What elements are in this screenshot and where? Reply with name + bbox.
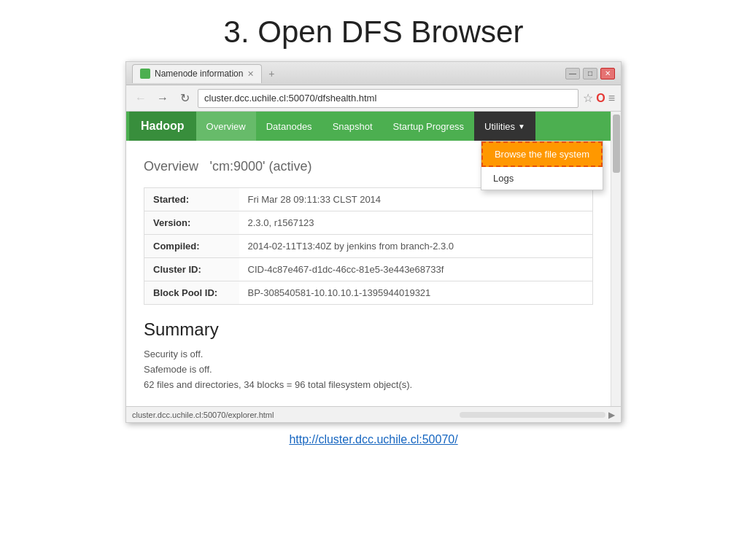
address-bar[interactable]	[198, 89, 578, 108]
status-url: cluster.dcc.uchile.cl:50070/explorer.htm…	[132, 411, 460, 419]
window-controls: — □ ✕	[565, 68, 615, 79]
horizontal-scrollbar[interactable]	[460, 412, 605, 418]
summary-line-2: Safemode is off.	[144, 364, 593, 375]
summary-line-3: 62 files and directories, 34 blocks = 96…	[144, 379, 593, 390]
nav-item-startup-progress[interactable]: Startup Progress	[383, 112, 475, 141]
forward-button[interactable]: →	[154, 90, 171, 107]
tab-label: Namenode information	[155, 69, 243, 79]
bottom-link[interactable]: http://cluster.dcc.uchile.cl:50070/	[289, 433, 457, 446]
hadoop-navbar: Hadoop Overview Datanodes Snapshot Start…	[126, 112, 611, 141]
nav-item-overview[interactable]: Overview	[196, 112, 256, 141]
table-value: 2.3.0, r1567123	[239, 211, 593, 235]
table-label: Cluster ID:	[144, 258, 239, 281]
browser-window: Namenode information ✕ + — □ ✕ ← → ↻ ☆ O…	[125, 61, 622, 423]
page-title: 3. Open DFS Browser	[224, 15, 524, 50]
table-value: 2014-02-11T13:40Z by jenkins from branch…	[239, 235, 593, 258]
new-tab-button[interactable]: +	[262, 64, 281, 83]
dropdown-caret: ▼	[518, 122, 525, 131]
menu-icon[interactable]: ≡	[608, 92, 615, 105]
tab-favicon	[140, 69, 150, 79]
browser-statusbar: cluster.dcc.uchile.cl:50070/explorer.htm…	[126, 406, 621, 422]
maximize-button[interactable]: □	[583, 68, 597, 79]
scrollbar[interactable]	[611, 112, 621, 406]
table-value: CID-4c87e467-d1dc-46cc-81e5-3e443e68733f	[239, 258, 593, 281]
tab-close-button[interactable]: ✕	[247, 69, 254, 79]
browser-tab[interactable]: Namenode information ✕	[132, 64, 262, 83]
table-value: BP-308540581-10.10.10.1-1395944019321	[239, 281, 593, 305]
utilities-dropdown: Browse the file system Logs	[481, 141, 603, 190]
browser-titlebar: Namenode information ✕ + — □ ✕	[126, 62, 621, 85]
table-row: Version: 2.3.0, r1567123	[144, 211, 593, 235]
scroll-arrow[interactable]: ▶	[608, 410, 615, 420]
browser-addressbar: ← → ↻ ☆ O ≡	[126, 85, 621, 112]
bottom-link-container: http://cluster.dcc.uchile.cl:50070/	[289, 433, 457, 446]
nav-brand: Hadoop	[129, 112, 196, 141]
table-label: Compiled:	[144, 235, 239, 258]
info-table: Started: Fri Mar 28 09:11:33 CLST 2014 V…	[144, 187, 593, 305]
back-button[interactable]: ←	[132, 90, 150, 107]
nav-item-snapshot[interactable]: Snapshot	[322, 112, 383, 141]
minimize-button[interactable]: —	[565, 68, 580, 79]
reload-button[interactable]: ↻	[176, 90, 193, 107]
table-row: Compiled: 2014-02-11T13:40Z by jenkins f…	[144, 235, 593, 258]
bookmark-icon[interactable]: ☆	[583, 91, 593, 105]
summary-line-1: Security is off.	[144, 349, 593, 359]
browser-body: Hadoop Overview Datanodes Snapshot Start…	[126, 112, 621, 406]
table-row: Cluster ID: CID-4c87e467-d1dc-46cc-81e5-…	[144, 258, 593, 281]
table-value: Fri Mar 28 09:11:33 CLST 2014	[239, 188, 593, 211]
table-label: Version:	[144, 211, 239, 235]
table-row: Started: Fri Mar 28 09:11:33 CLST 2014	[144, 188, 593, 211]
scrollbar-thumb[interactable]	[613, 114, 620, 173]
opera-icon[interactable]: O	[596, 92, 605, 105]
browser-scroll-content: Hadoop Overview Datanodes Snapshot Start…	[126, 112, 611, 406]
nav-item-utilities[interactable]: Utilities ▼	[474, 112, 535, 141]
dropdown-item-logs[interactable]: Logs	[481, 167, 603, 190]
nav-item-datanodes[interactable]: Datanodes	[256, 112, 322, 141]
summary-heading: Summary	[144, 319, 593, 340]
table-row: Block Pool ID: BP-308540581-10.10.10.1-1…	[144, 281, 593, 305]
address-icons: ☆ O ≡	[583, 91, 615, 105]
close-button[interactable]: ✕	[600, 68, 615, 79]
dropdown-item-browse-fs[interactable]: Browse the file system	[481, 141, 603, 167]
table-label: Block Pool ID:	[144, 281, 239, 305]
table-label: Started:	[144, 188, 239, 211]
